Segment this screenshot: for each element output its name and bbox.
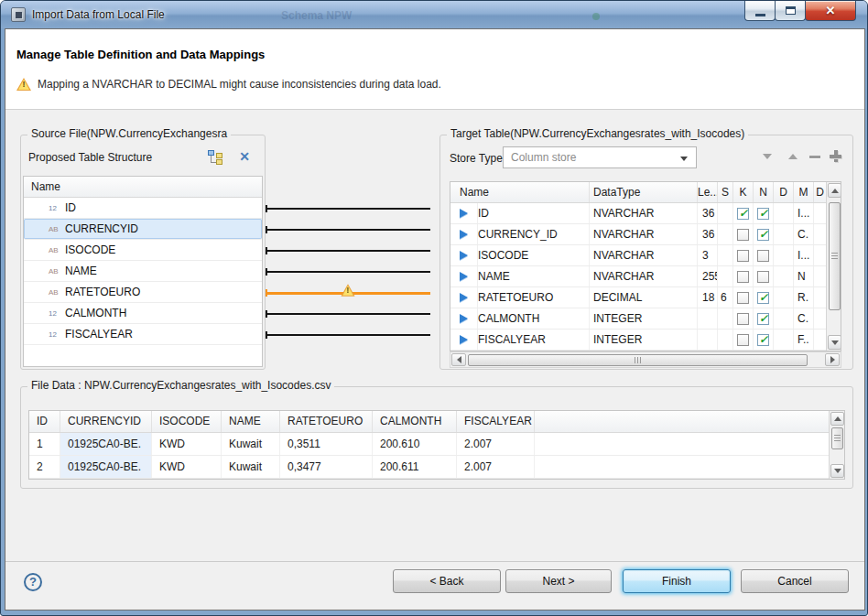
header-clipped[interactable]: D [814,182,826,202]
column-length[interactable]: 18 [698,287,718,308]
column-length[interactable]: 36 [698,224,718,244]
header-default[interactable]: D [774,182,794,202]
column-scale[interactable] [718,330,733,350]
table-row[interactable]: 12 FISCALYEAR [24,324,262,345]
mapping-line[interactable] [266,229,430,231]
header-fiscalyear[interactable]: FISCALYEAR [457,411,535,432]
table-row[interactable]: 2 01925CA0-BE. KWD Kuwait 0,3477 200.611… [29,456,844,479]
vertical-scrollbar[interactable] [829,411,844,479]
table-row[interactable]: 1 01925CA0-BE. KWD Kuwait 0,3511 200.610… [29,433,844,456]
header-isocode[interactable]: ISOCODE [152,411,222,432]
maximize-button[interactable] [775,1,806,21]
scrollbar-thumb[interactable] [831,427,843,449]
scroll-right-button[interactable] [825,353,840,366]
store-type-dropdown[interactable]: Column store [503,146,697,168]
mapped-source-cell[interactable]: F.. [794,330,814,350]
column-scale[interactable] [718,266,733,286]
header-length[interactable]: Le... [698,182,718,202]
header-calmonth[interactable]: CALMONTH [373,411,457,432]
mapped-source-cell[interactable]: N [794,266,814,286]
minimize-button[interactable] [744,1,776,21]
table-row[interactable]: CURRENCY_ID NVARCHAR 36 C. [450,224,841,245]
next-button[interactable]: Next > [505,569,612,593]
scroll-left-button[interactable] [451,353,466,366]
column-scale[interactable] [718,224,733,244]
notnull-checkbox[interactable] [757,334,769,346]
notnull-checkbox[interactable] [757,292,769,304]
mapping-line[interactable] [266,334,430,336]
column-length[interactable]: 36 [698,203,718,223]
file-table-header[interactable]: ID CURRENCYID ISOCODE NAME RATETOEURO CA… [29,411,844,433]
table-row[interactable]: 12 ID [24,198,262,219]
scroll-down-button[interactable] [828,335,841,350]
table-row[interactable]: AB CURRENCYID [24,219,262,240]
column-length[interactable] [698,330,718,350]
vertical-scrollbar[interactable] [826,182,841,351]
target-table-header[interactable]: Name DataType Le... S K N D M D [450,182,841,203]
mapped-source-cell[interactable]: C. [794,224,814,244]
column-datatype[interactable]: INTEGER [590,308,698,329]
table-row[interactable]: AB RATETOEURO [24,282,262,303]
header-name[interactable]: Name [450,182,590,202]
column-scale[interactable] [718,245,733,265]
default-cell[interactable] [774,203,794,223]
mapping-warning-icon[interactable] [341,284,354,296]
mapping-line[interactable] [266,250,430,252]
table-row[interactable]: NAME NVARCHAR 255 N [450,266,841,287]
default-cell[interactable] [774,224,794,244]
key-checkbox[interactable] [737,292,749,304]
header-mapped[interactable]: M [794,182,814,202]
delete-icon[interactable]: ✕ [239,149,250,164]
scrollbar-thumb[interactable] [829,202,841,310]
header-key[interactable]: K [733,182,754,202]
title-bar[interactable]: Import Data from Local File Schema NPW ✕ [1,1,867,28]
column-scale[interactable] [718,308,733,329]
header-ratetoeuro[interactable]: RATETOEURO [280,411,373,432]
header-currencyid[interactable]: CURRENCYID [60,411,152,432]
header-id[interactable]: ID [29,411,60,432]
help-button[interactable]: ? [24,573,42,591]
scrollbar-thumb[interactable] [468,354,808,366]
key-checkbox[interactable] [737,271,749,283]
mapped-source-cell[interactable]: R. [794,287,814,308]
table-row[interactable]: 12 CALMONTH [24,303,262,324]
table-row[interactable]: CALMONTH INTEGER C. [450,308,841,330]
scroll-down-button[interactable] [830,464,844,478]
key-checkbox[interactable] [737,313,749,325]
add-column-icon[interactable] [830,150,841,162]
default-cell[interactable] [774,308,794,329]
default-cell[interactable] [774,287,794,308]
column-length[interactable]: 255 [698,266,718,286]
table-row[interactable]: FISCALYEAR INTEGER F.. [450,330,841,351]
source-name-header[interactable]: Name [24,177,262,198]
back-button[interactable]: < Back [393,569,501,593]
column-datatype[interactable]: NVARCHAR [590,224,698,244]
finish-button[interactable]: Finish [623,569,731,593]
close-button[interactable]: ✕ [805,1,856,21]
move-up-icon[interactable] [788,154,797,159]
table-row[interactable]: ID NVARCHAR 36 I... [450,203,841,224]
column-datatype[interactable]: NVARCHAR [590,203,698,223]
key-checkbox[interactable] [737,229,749,241]
column-scale[interactable]: 6 [718,287,733,308]
header-scale[interactable]: S [718,182,733,202]
mapping-line[interactable] [266,208,430,210]
notnull-checkbox[interactable] [757,271,769,283]
key-checkbox[interactable] [737,334,749,346]
table-row[interactable]: AB ISOCODE [24,240,262,261]
table-row[interactable]: RATETOEURO DECIMAL 18 6 R. [450,287,841,308]
tree-structure-icon[interactable] [208,150,222,165]
table-row[interactable]: AB NAME [24,261,262,282]
column-length[interactable] [698,308,718,329]
notnull-checkbox[interactable] [757,229,769,241]
mapped-source-cell[interactable]: I... [794,245,814,265]
key-checkbox[interactable] [737,250,749,262]
column-datatype[interactable]: NVARCHAR [590,245,698,265]
column-datatype[interactable]: INTEGER [590,330,698,350]
notnull-checkbox[interactable] [757,250,769,262]
mapped-source-cell[interactable]: I... [794,203,814,223]
header-notnull[interactable]: N [754,182,774,202]
default-cell[interactable] [774,245,794,265]
column-scale[interactable] [718,203,733,223]
default-cell[interactable] [774,266,794,286]
